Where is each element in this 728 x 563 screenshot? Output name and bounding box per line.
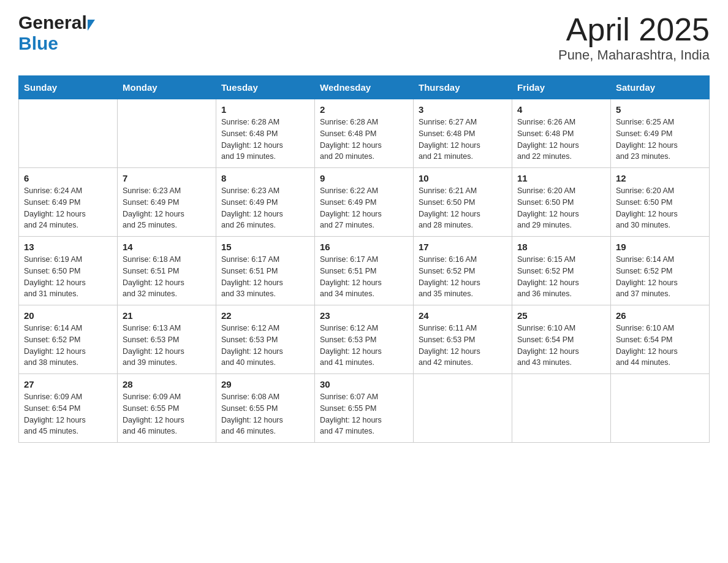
day-number: 6 bbox=[24, 173, 112, 183]
calendar-cell: 28Sunrise: 6:09 AMSunset: 6:55 PMDayligh… bbox=[118, 374, 216, 443]
day-number: 12 bbox=[616, 173, 704, 183]
day-info: Sunrise: 6:09 AMSunset: 6:55 PMDaylight:… bbox=[123, 391, 211, 437]
calendar-cell: 26Sunrise: 6:10 AMSunset: 6:54 PMDayligh… bbox=[611, 305, 710, 374]
day-number: 27 bbox=[24, 379, 112, 389]
logo: General Blue bbox=[18, 12, 95, 54]
day-info: Sunrise: 6:23 AMSunset: 6:49 PMDaylight:… bbox=[221, 185, 309, 231]
column-header-friday: Friday bbox=[512, 76, 611, 99]
logo-blue: Blue bbox=[18, 33, 58, 53]
day-number: 23 bbox=[320, 310, 408, 321]
day-info: Sunrise: 6:10 AMSunset: 6:54 PMDaylight:… bbox=[616, 323, 704, 369]
day-info: Sunrise: 6:26 AMSunset: 6:48 PMDaylight:… bbox=[517, 117, 605, 163]
day-info: Sunrise: 6:17 AMSunset: 6:51 PMDaylight:… bbox=[221, 254, 309, 300]
calendar-cell bbox=[19, 99, 118, 168]
calendar-cell: 1Sunrise: 6:28 AMSunset: 6:48 PMDaylight… bbox=[216, 99, 315, 168]
day-info: Sunrise: 6:27 AMSunset: 6:48 PMDaylight:… bbox=[419, 117, 507, 163]
calendar-cell: 20Sunrise: 6:14 AMSunset: 6:52 PMDayligh… bbox=[19, 305, 118, 374]
calendar-cell: 6Sunrise: 6:24 AMSunset: 6:49 PMDaylight… bbox=[19, 168, 118, 237]
calendar-cell: 5Sunrise: 6:25 AMSunset: 6:49 PMDaylight… bbox=[611, 99, 710, 168]
day-number: 24 bbox=[419, 310, 507, 321]
day-number: 9 bbox=[320, 173, 408, 183]
day-number: 15 bbox=[221, 242, 309, 252]
day-number: 13 bbox=[24, 242, 112, 252]
day-info: Sunrise: 6:09 AMSunset: 6:54 PMDaylight:… bbox=[24, 391, 112, 437]
day-number: 8 bbox=[221, 173, 309, 183]
calendar-cell: 19Sunrise: 6:14 AMSunset: 6:52 PMDayligh… bbox=[611, 237, 710, 305]
day-info: Sunrise: 6:12 AMSunset: 6:53 PMDaylight:… bbox=[221, 323, 309, 369]
calendar-cell: 25Sunrise: 6:10 AMSunset: 6:54 PMDayligh… bbox=[512, 305, 611, 374]
calendar-cell: 4Sunrise: 6:26 AMSunset: 6:48 PMDaylight… bbox=[512, 99, 611, 168]
calendar-cell: 18Sunrise: 6:15 AMSunset: 6:52 PMDayligh… bbox=[512, 237, 611, 305]
day-number: 11 bbox=[517, 173, 605, 183]
day-number: 18 bbox=[517, 242, 605, 252]
day-number: 1 bbox=[221, 104, 309, 115]
day-info: Sunrise: 6:28 AMSunset: 6:48 PMDaylight:… bbox=[221, 117, 309, 163]
calendar-cell: 12Sunrise: 6:20 AMSunset: 6:50 PMDayligh… bbox=[611, 168, 710, 237]
day-number: 25 bbox=[517, 310, 605, 321]
week-row-4: 20Sunrise: 6:14 AMSunset: 6:52 PMDayligh… bbox=[19, 305, 710, 374]
week-row-1: 1Sunrise: 6:28 AMSunset: 6:48 PMDaylight… bbox=[19, 99, 710, 168]
calendar-cell: 14Sunrise: 6:18 AMSunset: 6:51 PMDayligh… bbox=[118, 237, 216, 305]
day-info: Sunrise: 6:08 AMSunset: 6:55 PMDaylight:… bbox=[221, 391, 309, 437]
day-info: Sunrise: 6:07 AMSunset: 6:55 PMDaylight:… bbox=[320, 391, 408, 437]
day-info: Sunrise: 6:22 AMSunset: 6:49 PMDaylight:… bbox=[320, 185, 408, 231]
calendar-cell: 29Sunrise: 6:08 AMSunset: 6:55 PMDayligh… bbox=[216, 374, 315, 443]
calendar-cell: 27Sunrise: 6:09 AMSunset: 6:54 PMDayligh… bbox=[19, 374, 118, 443]
day-info: Sunrise: 6:19 AMSunset: 6:50 PMDaylight:… bbox=[24, 254, 112, 300]
column-header-tuesday: Tuesday bbox=[216, 76, 315, 99]
day-info: Sunrise: 6:20 AMSunset: 6:50 PMDaylight:… bbox=[616, 185, 704, 231]
day-info: Sunrise: 6:17 AMSunset: 6:51 PMDaylight:… bbox=[320, 254, 408, 300]
day-number: 14 bbox=[123, 242, 211, 252]
day-number: 4 bbox=[517, 104, 605, 115]
calendar-cell: 7Sunrise: 6:23 AMSunset: 6:49 PMDaylight… bbox=[118, 168, 216, 237]
calendar-cell: 2Sunrise: 6:28 AMSunset: 6:48 PMDaylight… bbox=[315, 99, 414, 168]
day-info: Sunrise: 6:24 AMSunset: 6:49 PMDaylight:… bbox=[24, 185, 112, 231]
calendar-cell bbox=[611, 374, 710, 443]
day-info: Sunrise: 6:15 AMSunset: 6:52 PMDaylight:… bbox=[517, 254, 605, 300]
day-number: 3 bbox=[419, 104, 507, 115]
day-info: Sunrise: 6:18 AMSunset: 6:51 PMDaylight:… bbox=[123, 254, 211, 300]
day-info: Sunrise: 6:25 AMSunset: 6:49 PMDaylight:… bbox=[616, 117, 704, 163]
day-number: 20 bbox=[24, 310, 112, 321]
day-number: 7 bbox=[123, 173, 211, 183]
calendar-cell: 16Sunrise: 6:17 AMSunset: 6:51 PMDayligh… bbox=[315, 237, 414, 305]
calendar-cell: 24Sunrise: 6:11 AMSunset: 6:53 PMDayligh… bbox=[414, 305, 512, 374]
day-number: 2 bbox=[320, 104, 408, 115]
calendar-cell bbox=[118, 99, 216, 168]
week-row-3: 13Sunrise: 6:19 AMSunset: 6:50 PMDayligh… bbox=[19, 237, 710, 305]
day-info: Sunrise: 6:14 AMSunset: 6:52 PMDaylight:… bbox=[24, 323, 112, 369]
calendar-cell: 23Sunrise: 6:12 AMSunset: 6:53 PMDayligh… bbox=[315, 305, 414, 374]
day-info: Sunrise: 6:12 AMSunset: 6:53 PMDaylight:… bbox=[320, 323, 408, 369]
column-header-thursday: Thursday bbox=[414, 76, 512, 99]
week-row-5: 27Sunrise: 6:09 AMSunset: 6:54 PMDayligh… bbox=[19, 374, 710, 443]
day-info: Sunrise: 6:20 AMSunset: 6:50 PMDaylight:… bbox=[517, 185, 605, 231]
logo-general: General bbox=[18, 12, 87, 33]
day-info: Sunrise: 6:11 AMSunset: 6:53 PMDaylight:… bbox=[419, 323, 507, 369]
day-info: Sunrise: 6:23 AMSunset: 6:49 PMDaylight:… bbox=[123, 185, 211, 231]
day-number: 21 bbox=[123, 310, 211, 321]
logo-triangle-icon bbox=[88, 20, 95, 31]
calendar-cell: 21Sunrise: 6:13 AMSunset: 6:53 PMDayligh… bbox=[118, 305, 216, 374]
day-info: Sunrise: 6:14 AMSunset: 6:52 PMDaylight:… bbox=[616, 254, 704, 300]
calendar-header-row: SundayMondayTuesdayWednesdayThursdayFrid… bbox=[19, 76, 710, 99]
day-number: 19 bbox=[616, 242, 704, 252]
page-subtitle: Pune, Maharashtra, India bbox=[558, 47, 710, 63]
calendar-cell: 9Sunrise: 6:22 AMSunset: 6:49 PMDaylight… bbox=[315, 168, 414, 237]
calendar-cell: 30Sunrise: 6:07 AMSunset: 6:55 PMDayligh… bbox=[315, 374, 414, 443]
calendar-cell bbox=[414, 374, 512, 443]
week-row-2: 6Sunrise: 6:24 AMSunset: 6:49 PMDaylight… bbox=[19, 168, 710, 237]
calendar-cell: 10Sunrise: 6:21 AMSunset: 6:50 PMDayligh… bbox=[414, 168, 512, 237]
column-header-saturday: Saturday bbox=[611, 76, 710, 99]
calendar-cell: 17Sunrise: 6:16 AMSunset: 6:52 PMDayligh… bbox=[414, 237, 512, 305]
day-number: 22 bbox=[221, 310, 309, 321]
calendar-cell: 15Sunrise: 6:17 AMSunset: 6:51 PMDayligh… bbox=[216, 237, 315, 305]
day-number: 16 bbox=[320, 242, 408, 252]
calendar-cell: 3Sunrise: 6:27 AMSunset: 6:48 PMDaylight… bbox=[414, 99, 512, 168]
day-number: 10 bbox=[419, 173, 507, 183]
calendar-cell bbox=[512, 374, 611, 443]
column-header-sunday: Sunday bbox=[19, 76, 118, 99]
calendar-cell: 13Sunrise: 6:19 AMSunset: 6:50 PMDayligh… bbox=[19, 237, 118, 305]
day-number: 17 bbox=[419, 242, 507, 252]
page-header: General Blue April 2025 Pune, Maharashtr… bbox=[18, 12, 710, 63]
calendar-table: SundayMondayTuesdayWednesdayThursdayFrid… bbox=[18, 75, 710, 443]
